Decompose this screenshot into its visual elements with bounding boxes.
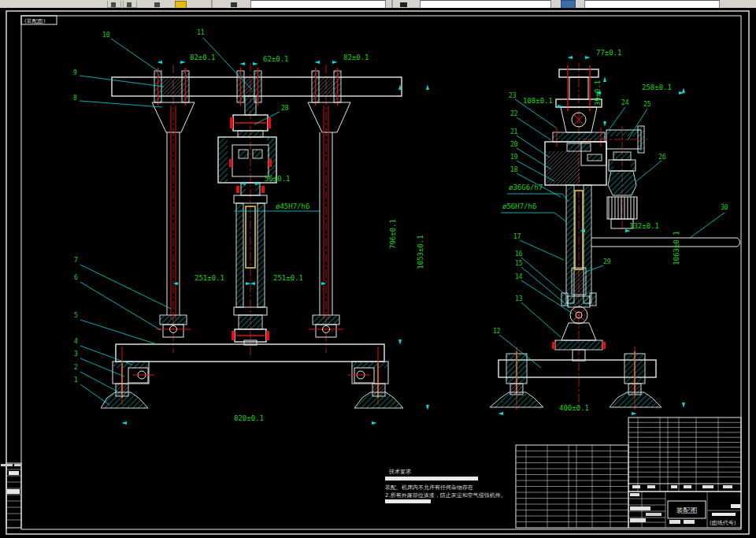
callout-29: 29 (603, 258, 611, 265)
callout-5: 5 (74, 312, 78, 319)
notes-line-2: 2.所有外露部位涂漆，防止灰尘和空气侵蚀机件。 (385, 492, 506, 499)
callout-28: 28 (281, 105, 289, 112)
title-block-code-label: (图纸代号) (710, 520, 736, 526)
toolbar-separator (391, 0, 393, 8)
dim-82-right: 82±0.1 (343, 54, 369, 61)
dim-251-right: 251±0.1 (273, 274, 303, 282)
callout-20: 20 (510, 141, 518, 148)
dim-796: 796±0.1 (389, 219, 397, 249)
callout-14: 14 (515, 273, 523, 280)
cad-canvas[interactable]: (装配图) (0, 8, 756, 538)
toolbar-separator (211, 0, 213, 8)
callout-4: 4 (74, 338, 78, 345)
dim-39: 39±0.1 (594, 80, 602, 106)
notes-title: 技术要求 (388, 469, 411, 475)
callout-1: 1 (74, 377, 78, 384)
callout-21: 21 (510, 128, 518, 135)
callout-3: 3 (74, 351, 78, 358)
dim-1063: 1063±0.1 (673, 231, 680, 265)
callout-19: 19 (510, 154, 518, 161)
dim-62: 62±0.1 (263, 55, 289, 63)
callout-6: 6 (74, 274, 78, 281)
toolbar-icon (111, 2, 116, 7)
callout-30: 30 (721, 204, 728, 211)
cad-application-window: (装配图) (0, 0, 756, 538)
callout-9: 9 (73, 69, 77, 76)
toolbar-icon (154, 2, 160, 7)
callout-24: 24 (621, 99, 629, 106)
callout-13: 13 (515, 295, 523, 302)
dim-77: 77±0.1 (596, 49, 622, 57)
toolbar-icon[interactable] (231, 2, 237, 7)
callout-16: 16 (515, 250, 523, 258)
title-block-drawing-title: 装配图 (676, 506, 698, 514)
dim-82-left: 82±0.1 (190, 54, 216, 61)
callout-2: 2 (74, 364, 78, 371)
notes-line-1: 装配、机床内不允许有任何杂物存在 (385, 484, 473, 491)
dim-108: 108±0.1 (523, 97, 553, 105)
callout-17: 17 (513, 233, 521, 240)
dim-132: 132±0.1 (629, 222, 659, 230)
callout-15: 15 (515, 260, 523, 267)
toolbar-icon[interactable] (400, 2, 407, 7)
callout-10: 10 (102, 32, 110, 39)
dim-fit-45: ø45H7/h6 (276, 202, 309, 210)
corner-label: (装配图) (24, 18, 46, 24)
dim-251-left: 251±0.1 (195, 274, 224, 282)
dim-1053: 1053±0.1 (417, 235, 424, 269)
callout-8: 8 (73, 95, 77, 102)
dim-400: 400±0.1 (559, 404, 589, 412)
callout-18: 18 (510, 166, 518, 173)
callout-22: 22 (510, 110, 518, 117)
dim-fit-56: ø56H7/h6 (502, 202, 536, 210)
dim-820: 820±0.1 (234, 414, 264, 422)
callout-11: 11 (197, 29, 205, 36)
callout-7: 7 (74, 257, 78, 264)
dim-258: 258±0.1 (642, 83, 672, 91)
dim-56: 56±0.1 (265, 175, 291, 183)
callout-23: 23 (509, 92, 517, 99)
callout-25: 25 (643, 101, 651, 108)
callout-26: 26 (658, 154, 666, 161)
toolbar-icon (127, 2, 132, 7)
callout-12: 12 (493, 328, 501, 335)
